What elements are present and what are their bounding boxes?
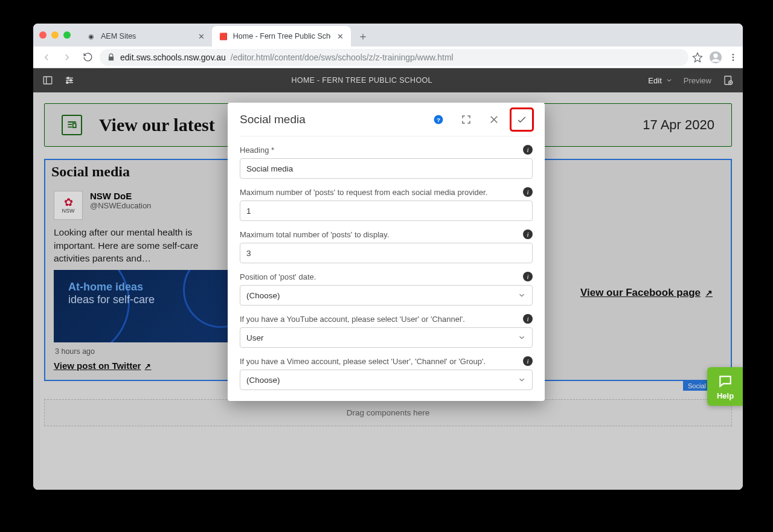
external-link-icon: [144, 361, 151, 371]
youtube-type-select[interactable]: User: [240, 327, 533, 348]
titlebar: ◉ AEM Sites ✕ 🟥 Home - Fern Tree Public …: [33, 24, 743, 46]
url-host: edit.sws.schools.nsw.gov.au: [120, 53, 226, 62]
svg-text:?: ?: [437, 116, 440, 123]
dialog-title: Social media: [240, 113, 306, 126]
new-tab-button[interactable]: ＋: [354, 28, 371, 45]
view-facebook-link[interactable]: View our Facebook page: [580, 287, 713, 299]
svg-point-10: [67, 77, 69, 79]
favicon-icon: 🟥: [219, 31, 228, 41]
url-field[interactable]: edit.sws.schools.nsw.gov.au/editor.html/…: [100, 49, 688, 66]
tab-label: Home - Fern Tree Public Schoo: [233, 32, 331, 40]
svg-point-2: [733, 54, 734, 56]
help-icon[interactable]: ?: [428, 109, 449, 130]
address-bar: edit.sws.schools.nsw.gov.au/editor.html/…: [33, 46, 743, 68]
dialog-header: Social media ?: [240, 103, 533, 136]
heading-input[interactable]: [240, 158, 533, 179]
svg-point-11: [70, 80, 72, 82]
field-post-date-position: Position of 'post' date. i (Choose): [240, 272, 533, 306]
help-tab[interactable]: Help: [707, 367, 743, 406]
post-handle: @NSWEducation: [90, 201, 151, 210]
info-icon[interactable]: i: [523, 356, 533, 366]
drop-zone[interactable]: Drag components here: [44, 399, 732, 426]
back-button[interactable]: [38, 49, 55, 66]
field-max-total: Maximum total number of 'posts' to displ…: [240, 229, 533, 263]
social-post: ✿ NSW NSW DoE @NSWEducation Looking afte…: [54, 191, 235, 371]
post-author: NSW DoE: [90, 191, 151, 201]
chevron-down-icon: [518, 333, 526, 342]
svg-point-1: [713, 53, 717, 57]
preview-button[interactable]: Preview: [684, 76, 711, 85]
svg-rect-18: [73, 124, 76, 128]
post-date-position-select[interactable]: (Choose): [240, 285, 533, 306]
field-youtube-type: If you have a YouTube account, please se…: [240, 314, 533, 348]
side-panel-icon[interactable]: [42, 74, 54, 86]
chevron-down-icon: [518, 291, 526, 300]
star-icon[interactable]: [692, 52, 703, 63]
page-properties-icon[interactable]: [722, 74, 734, 86]
tab-label: AEM Sites: [101, 32, 136, 40]
newsletter-date: 17 Apr 2020: [643, 117, 714, 133]
lock-icon: [107, 53, 115, 62]
post-timestamp: 3 hours ago: [55, 347, 234, 356]
tab-home-fern-tree[interactable]: 🟥 Home - Fern Tree Public Schoo ✕: [212, 26, 351, 46]
svg-point-4: [733, 59, 734, 61]
svg-rect-5: [43, 77, 52, 84]
svg-point-12: [66, 82, 68, 83]
sliders-icon[interactable]: [63, 74, 75, 86]
mode-dropdown[interactable]: Edit: [648, 76, 672, 85]
url-path: /editor.html/content/doe/sws/schools/z/z…: [231, 53, 454, 62]
aem-toolbar: HOME - FERN TREE PUBLIC SCHOOL Edit Prev…: [33, 68, 743, 92]
post-image: At-home ideas ideas for self-care: [54, 270, 235, 342]
view-on-twitter-link[interactable]: View post on Twitter: [54, 361, 151, 371]
address-bar-actions: [692, 51, 738, 64]
tab-strip: ◉ AEM Sites ✕ 🟥 Home - Fern Tree Public …: [79, 24, 371, 46]
tab-close-icon[interactable]: ✕: [336, 31, 345, 41]
field-vimeo-type: If you have a Vimeo account, please sele…: [240, 356, 533, 390]
vimeo-type-select[interactable]: (Choose): [240, 370, 533, 390]
page-title: HOME - FERN TREE PUBLIC SCHOOL: [85, 76, 638, 85]
maximize-window-button[interactable]: [63, 31, 71, 39]
info-icon[interactable]: i: [523, 272, 533, 281]
viewport: HOME - FERN TREE PUBLIC SCHOOL Edit Prev…: [33, 68, 743, 490]
svg-point-3: [733, 56, 734, 58]
field-max-per-provider: Maximum number of 'posts' to request fro…: [240, 187, 533, 221]
forward-button[interactable]: [59, 49, 75, 66]
field-heading: Heading * i: [240, 145, 533, 179]
tab-aem-sites[interactable]: ◉ AEM Sites ✕: [79, 26, 212, 46]
newsletter-icon: [62, 115, 82, 135]
post-body: Looking after our mental health is impor…: [54, 226, 235, 265]
reload-button[interactable]: [79, 49, 96, 66]
tab-close-icon[interactable]: ✕: [196, 31, 206, 41]
avatar: ✿ NSW: [54, 191, 83, 220]
info-icon[interactable]: i: [523, 187, 533, 197]
waratah-icon: ✿: [64, 197, 73, 208]
close-window-button[interactable]: [39, 31, 47, 39]
chat-icon: [717, 373, 733, 389]
max-total-input[interactable]: [240, 243, 533, 263]
external-link-icon: [705, 287, 713, 299]
info-icon[interactable]: i: [523, 145, 533, 155]
cancel-button[interactable]: [483, 109, 505, 130]
fullscreen-icon[interactable]: [455, 109, 477, 130]
minimize-window-button[interactable]: [51, 31, 59, 39]
chevron-down-icon: [518, 376, 526, 384]
kebab-menu-icon[interactable]: [728, 53, 738, 62]
info-icon[interactable]: i: [523, 314, 533, 324]
profile-icon[interactable]: [709, 51, 722, 64]
browser-window: ◉ AEM Sites ✕ 🟥 Home - Fern Tree Public …: [33, 24, 743, 490]
social-media-dialog: Social media ?: [228, 103, 545, 401]
window-controls: [39, 24, 79, 46]
max-per-provider-input[interactable]: [240, 200, 533, 221]
done-button[interactable]: [511, 109, 533, 130]
favicon-icon: ◉: [86, 31, 96, 41]
info-icon[interactable]: i: [523, 229, 533, 239]
